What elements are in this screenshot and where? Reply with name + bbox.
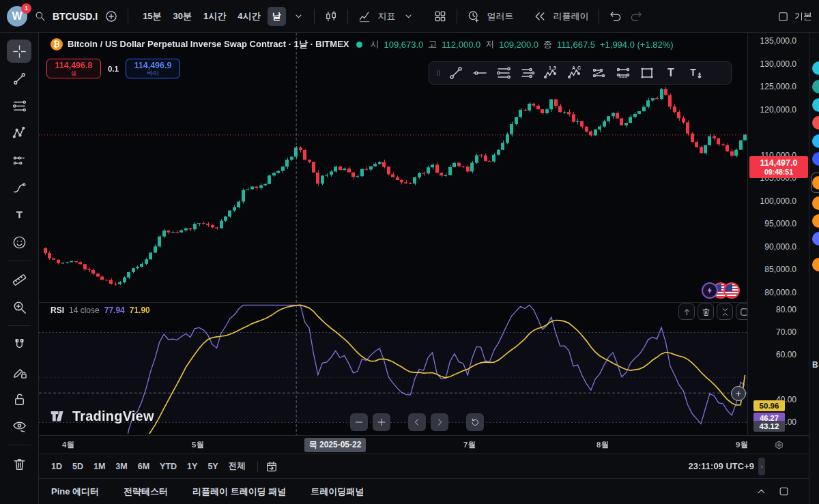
timeframe-4[interactable]: 날 xyxy=(268,7,286,26)
rsi-trash-button[interactable] xyxy=(698,303,714,320)
alert-icon[interactable] xyxy=(467,10,480,23)
pattern-b-icon[interactable] xyxy=(613,64,633,82)
drag-handle-icon[interactable] xyxy=(434,64,442,82)
range-5D[interactable]: 5D xyxy=(72,462,83,471)
range-전체[interactable]: 전체 xyxy=(229,460,246,472)
user-avatar[interactable]: W1 xyxy=(7,6,27,27)
buy-button[interactable]: 114,496.9 바이 xyxy=(126,59,180,78)
tool-xabcd-pattern[interactable] xyxy=(7,121,31,145)
bottom-tab-3[interactable]: 트레이딩패널 xyxy=(311,486,364,498)
text-icon[interactable]: T xyxy=(661,64,681,82)
panel-collapse-handle[interactable]: › xyxy=(758,458,765,475)
tool-ruler[interactable] xyxy=(7,268,31,291)
timeframe-0[interactable]: 15분 xyxy=(138,7,166,26)
indicators-dropdown-icon[interactable] xyxy=(403,10,414,22)
tool-crosshair[interactable] xyxy=(7,40,31,63)
tool-brush[interactable] xyxy=(7,176,31,199)
nav-minus-button[interactable] xyxy=(350,413,368,431)
indicators-button[interactable]: 지표 xyxy=(378,10,396,23)
chart-canvas[interactable] xyxy=(39,33,747,435)
tool-hide-drawings[interactable] xyxy=(7,415,31,438)
range-1D[interactable]: 1D xyxy=(51,462,62,471)
tool-trend-line[interactable] xyxy=(7,67,31,90)
nav-reset-button[interactable] xyxy=(466,413,484,431)
event-flags[interactable] xyxy=(702,282,740,299)
search-icon[interactable] xyxy=(34,10,46,22)
nav-chevron-left-button[interactable] xyxy=(408,413,426,431)
indicators-icon[interactable] xyxy=(358,10,371,23)
time-axis[interactable]: 목 2025-05-22 4월5월6월7월8월9월 xyxy=(39,435,809,454)
right-strip-item-5[interactable] xyxy=(812,152,819,166)
tool-drawing-lock[interactable] xyxy=(7,360,31,383)
rectangle-icon[interactable] xyxy=(637,64,657,82)
abc-pattern-icon[interactable]: AC xyxy=(565,64,586,82)
rsi-legend[interactable]: RSI 14 close 77.94 71.90 xyxy=(51,306,150,315)
undo-icon[interactable] xyxy=(609,10,622,23)
horizontal-ray-icon[interactable] xyxy=(470,64,490,82)
tool-fib-retracement[interactable] xyxy=(7,94,31,117)
panel-maximize-icon[interactable] xyxy=(778,486,790,497)
panel-expand-icon[interactable] xyxy=(756,486,767,497)
sell-button[interactable]: 114,496.8 셀 xyxy=(46,59,101,78)
right-strip-item-10[interactable] xyxy=(812,258,819,271)
tool-magnet[interactable] xyxy=(7,333,31,356)
chart-title[interactable]: Bitcoin / US Dollar Perpetual Inverse Sw… xyxy=(68,38,349,50)
elliott-wave-icon[interactable]: 15 xyxy=(541,64,562,82)
timeframe-1[interactable]: 30분 xyxy=(169,7,197,26)
event-flag-us[interactable] xyxy=(723,282,740,299)
fib-channel-icon[interactable] xyxy=(517,64,538,82)
right-strip-item-7[interactable] xyxy=(812,196,819,210)
range-1M[interactable]: 1M xyxy=(94,462,105,471)
anchored-text-icon[interactable]: T xyxy=(685,64,705,82)
bottom-tab-2[interactable]: 리플레이 트레이딩 패널 xyxy=(192,486,286,498)
layout-save-icon[interactable] xyxy=(777,11,789,23)
right-strip-item-9[interactable] xyxy=(812,232,819,246)
add-alert-plus-icon[interactable]: + xyxy=(731,386,746,401)
bottom-tab-1[interactable]: 전략테스터 xyxy=(124,486,168,498)
alert-button[interactable]: 얼러트 xyxy=(487,10,514,23)
tool-text[interactable]: T xyxy=(7,203,31,226)
chart-style-icon[interactable] xyxy=(324,10,338,23)
range-5Y[interactable]: 5Y xyxy=(207,462,218,471)
price-axis[interactable]: 114,497.0 09:48:51 50.96 46.27 43.12 135… xyxy=(747,33,809,435)
rsi-collapse-button[interactable] xyxy=(717,303,733,320)
right-strip-item-11[interactable]: B xyxy=(812,360,818,370)
trend-line-icon[interactable] xyxy=(446,64,466,82)
tool-lock[interactable] xyxy=(7,387,31,411)
nav-chevron-right-button[interactable] xyxy=(431,413,448,431)
tool-trash[interactable] xyxy=(7,452,31,475)
tool-zoom-in[interactable] xyxy=(7,295,31,318)
range-1Y[interactable]: 1Y xyxy=(187,462,197,471)
layout-name-button[interactable]: 기본 xyxy=(794,10,812,23)
range-6M[interactable]: 6M xyxy=(138,462,149,471)
nav-plus-button[interactable] xyxy=(373,413,390,431)
right-strip-item-3[interactable] xyxy=(812,116,819,130)
tool-forecast[interactable] xyxy=(7,149,31,172)
chart-legend[interactable]: ₿ Bitcoin / US Dollar Perpetual Inverse … xyxy=(51,38,674,50)
right-strip-item-4[interactable] xyxy=(812,134,819,148)
go-to-date-icon[interactable] xyxy=(265,460,278,473)
compare-add-icon[interactable] xyxy=(104,10,118,23)
timeframe-dropdown-icon[interactable] xyxy=(293,10,304,22)
layout-grid-icon[interactable] xyxy=(433,10,447,23)
clock[interactable]: 23:11:09 UTC+9 xyxy=(689,461,754,471)
range-YTD[interactable]: YTD xyxy=(160,462,177,471)
right-sidebar-strip[interactable]: B xyxy=(809,33,819,504)
range-3M[interactable]: 3M xyxy=(115,462,127,471)
redo-icon[interactable] xyxy=(629,10,643,23)
bottom-tab-0[interactable]: Pine 에디터 xyxy=(51,486,99,498)
time-axis-settings-icon[interactable] xyxy=(773,439,785,451)
fib-retracement-icon[interactable] xyxy=(493,64,514,82)
tool-emoji[interactable] xyxy=(7,231,31,254)
event-flag-purple[interactable] xyxy=(702,282,718,299)
timeframe-3[interactable]: 4시간 xyxy=(233,7,265,26)
replay-icon[interactable] xyxy=(533,10,547,23)
right-strip-item-1[interactable] xyxy=(812,80,819,93)
pattern-a-icon[interactable] xyxy=(589,64,609,82)
replay-button[interactable]: 리플레이 xyxy=(554,10,589,23)
right-strip-item-8[interactable] xyxy=(812,214,819,228)
rsi-arrow-up-button[interactable] xyxy=(678,303,695,320)
timeframe-2[interactable]: 1시간 xyxy=(199,7,231,26)
right-strip-item-2[interactable] xyxy=(812,98,819,112)
symbol-search-button[interactable]: BTCUSD.I xyxy=(53,11,98,22)
